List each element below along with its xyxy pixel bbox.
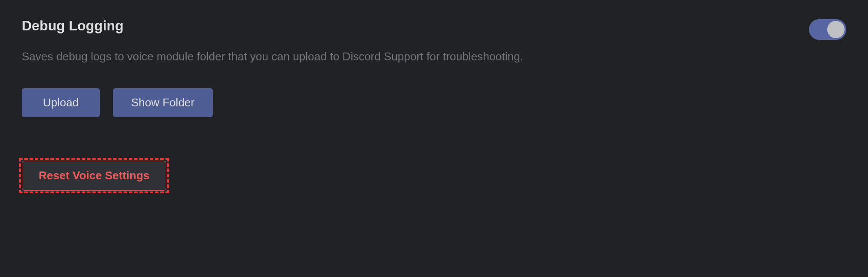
show-folder-button[interactable]: Show Folder [113, 88, 213, 117]
reset-voice-settings-wrapper: Reset Voice Settings [22, 161, 166, 191]
reset-voice-settings-button[interactable]: Reset Voice Settings [22, 161, 166, 191]
upload-button[interactable]: Upload [22, 88, 100, 117]
debug-logging-toggle[interactable] [809, 19, 846, 40]
section-description: Saves debug logs to voice module folder … [22, 49, 846, 64]
section-title: Debug Logging [22, 17, 124, 34]
toggle-knob [827, 21, 845, 38]
debug-button-row: Upload Show Folder [22, 88, 846, 117]
